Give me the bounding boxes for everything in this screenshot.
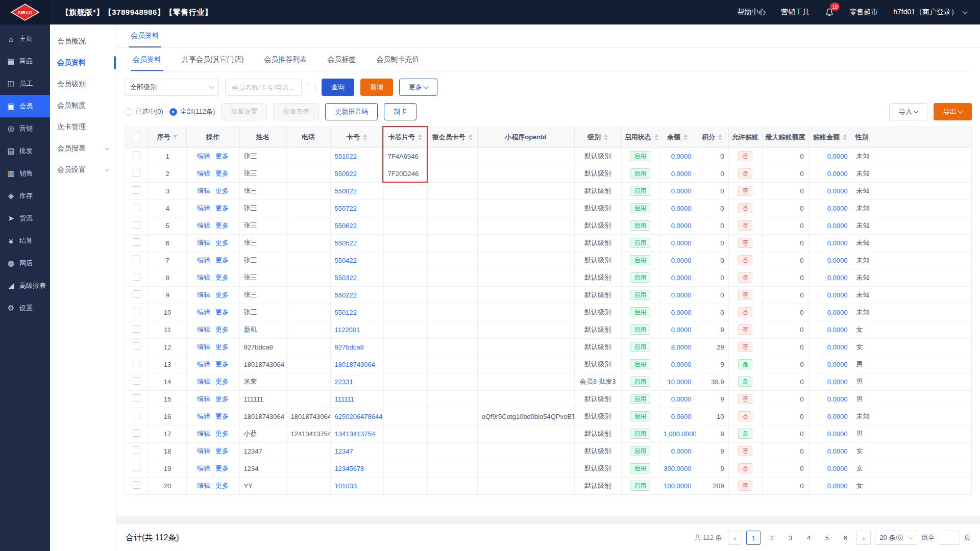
more-link[interactable]: 更多 bbox=[215, 169, 229, 177]
more-link[interactable]: 更多 bbox=[215, 325, 229, 333]
pagination-prev-button[interactable]: ‹ bbox=[728, 531, 742, 545]
row-checkbox[interactable] bbox=[133, 290, 140, 298]
balance-link[interactable]: 0.0000 bbox=[671, 205, 692, 212]
credit_amt-link[interactable]: 0.0000 bbox=[827, 447, 848, 455]
notification-bell[interactable]: 18 bbox=[825, 8, 834, 17]
card-link[interactable]: 550722 bbox=[335, 205, 357, 212]
pagination-page-button[interactable]: 6 bbox=[838, 531, 852, 545]
card-link[interactable]: 550922 bbox=[335, 170, 357, 178]
edit-link[interactable]: 编辑 bbox=[197, 360, 210, 368]
card-link[interactable]: 18018743064 bbox=[335, 361, 376, 368]
import-button[interactable]: 导入 bbox=[889, 103, 927, 120]
more-link[interactable]: 更多 bbox=[215, 221, 229, 229]
jump-page-input[interactable] bbox=[939, 531, 960, 545]
sort-icon[interactable] bbox=[604, 132, 608, 142]
more-link[interactable]: 更多 bbox=[215, 360, 229, 368]
balance-link[interactable]: 0.0000 bbox=[671, 309, 692, 316]
sidebar-item[interactable]: ▤批发 bbox=[0, 140, 50, 162]
more-link[interactable]: 更多 bbox=[215, 187, 229, 194]
edit-link[interactable]: 编辑 bbox=[197, 204, 210, 212]
edit-link[interactable]: 编辑 bbox=[197, 256, 210, 264]
page-tab-member-info[interactable]: 会员资料 bbox=[129, 24, 161, 47]
make-card-button[interactable]: 制卡 bbox=[384, 103, 416, 120]
submenu-item[interactable]: 会员资料 bbox=[50, 52, 116, 73]
more-link[interactable]: 更多 bbox=[215, 464, 229, 472]
submenu-item[interactable]: 会员制度 bbox=[50, 95, 116, 116]
submenu-item[interactable]: 会员报表 bbox=[50, 138, 116, 159]
credit_amt-link[interactable]: 0.0000 bbox=[827, 465, 848, 472]
row-checkbox[interactable] bbox=[133, 360, 140, 367]
subtab[interactable]: 会员标签 bbox=[319, 48, 364, 71]
card-link[interactable]: 12347 bbox=[335, 447, 353, 455]
credit_amt-link[interactable]: 0.0000 bbox=[827, 257, 848, 264]
batch-recharge-button[interactable]: 批量充值 bbox=[273, 103, 319, 120]
row-checkbox[interactable] bbox=[133, 464, 140, 471]
row-checkbox[interactable] bbox=[133, 394, 140, 402]
batch-set-button[interactable]: 批量设置 bbox=[221, 103, 267, 120]
credit_amt-link[interactable]: 0.0000 bbox=[827, 395, 848, 403]
pagination-page-button[interactable]: 2 bbox=[765, 531, 779, 545]
search-button[interactable]: 查询 bbox=[322, 79, 354, 96]
row-checkbox[interactable] bbox=[133, 446, 140, 454]
marketing-tools-link[interactable]: 营销工具 bbox=[781, 8, 810, 17]
subtab[interactable]: 共享会员(其它门店) bbox=[174, 48, 252, 71]
store-link[interactable]: 零售超市 bbox=[849, 8, 878, 17]
credit_amt-link[interactable]: 0.0000 bbox=[827, 430, 848, 438]
more-link[interactable]: 更多 bbox=[215, 256, 229, 264]
balance-link[interactable]: 0.0600 bbox=[671, 413, 692, 420]
add-button[interactable]: 新增 bbox=[360, 79, 393, 96]
submenu-item[interactable]: 次卡管理 bbox=[50, 116, 116, 138]
credit_amt-link[interactable]: 0.0000 bbox=[827, 309, 848, 316]
edit-link[interactable]: 编辑 bbox=[197, 343, 210, 350]
edit-link[interactable]: 编辑 bbox=[197, 169, 210, 177]
more-link[interactable]: 更多 bbox=[215, 291, 229, 298]
card-link[interactable]: 550422 bbox=[335, 257, 357, 264]
more-link[interactable]: 更多 bbox=[215, 482, 229, 489]
row-checkbox[interactable] bbox=[133, 429, 140, 437]
balance-link[interactable]: 0.0000 bbox=[671, 239, 692, 247]
balance-link[interactable]: 0.0000 bbox=[671, 447, 692, 455]
row-checkbox[interactable] bbox=[133, 377, 140, 385]
user-menu[interactable]: h7fd01（商户登录） bbox=[893, 8, 967, 17]
row-checkbox[interactable] bbox=[133, 308, 140, 315]
balance-link[interactable]: 0.0000 bbox=[671, 222, 692, 230]
card-link[interactable]: 111111 bbox=[335, 395, 355, 403]
credit_amt-link[interactable]: 0.0000 bbox=[827, 205, 848, 212]
card-link[interactable]: 551022 bbox=[335, 153, 357, 160]
more-link[interactable]: 更多 bbox=[215, 412, 229, 420]
card-link[interactable]: 101033 bbox=[335, 482, 357, 490]
update-pinyin-button[interactable]: 更新拼音码 bbox=[325, 103, 378, 120]
edit-link[interactable]: 编辑 bbox=[197, 430, 210, 437]
balance-link[interactable]: 0.0000 bbox=[671, 274, 692, 282]
more-button[interactable]: 更多 bbox=[399, 79, 437, 96]
credit_amt-link[interactable]: 0.0000 bbox=[827, 274, 848, 282]
row-checkbox[interactable] bbox=[133, 273, 140, 281]
edit-link[interactable]: 编辑 bbox=[197, 239, 210, 246]
card-link[interactable]: 550322 bbox=[335, 274, 357, 282]
more-link[interactable]: 更多 bbox=[215, 152, 229, 160]
card-link[interactable]: 550622 bbox=[335, 222, 357, 230]
card-link[interactable]: 6250206478644 bbox=[335, 413, 383, 420]
balance-link[interactable]: 0.0000 bbox=[671, 257, 692, 264]
edit-link[interactable]: 编辑 bbox=[197, 395, 210, 403]
card-link[interactable]: 13413413754 bbox=[335, 430, 376, 438]
sidebar-item[interactable]: ⌂主页 bbox=[0, 28, 50, 50]
sidebar-item[interactable]: ◍网店 bbox=[0, 252, 50, 274]
card-link[interactable]: 22331 bbox=[335, 378, 353, 386]
pagination-page-button[interactable]: 3 bbox=[783, 531, 797, 545]
sort-icon[interactable] bbox=[843, 132, 847, 142]
card-link[interactable]: 927bdca8 bbox=[335, 343, 364, 351]
sidebar-item[interactable]: ◎营销 bbox=[0, 117, 50, 140]
sort-icon[interactable] bbox=[363, 132, 367, 142]
balance-link[interactable]: 0.0000 bbox=[671, 170, 692, 178]
balance-link[interactable]: 0.0000 bbox=[671, 187, 692, 195]
credit_amt-link[interactable]: 0.0000 bbox=[827, 482, 848, 490]
credit_amt-link[interactable]: 0.0000 bbox=[827, 343, 848, 351]
submenu-item[interactable]: 会员设置 bbox=[50, 159, 116, 181]
more-link[interactable]: 更多 bbox=[215, 430, 229, 437]
sidebar-item[interactable]: ¥结算 bbox=[0, 230, 50, 252]
level-select[interactable]: 全部级别 bbox=[125, 79, 219, 96]
exact-search-checkbox[interactable] bbox=[308, 84, 315, 91]
export-button[interactable]: 导出 bbox=[934, 103, 972, 120]
sidebar-item[interactable]: ➤货流 bbox=[0, 207, 50, 230]
